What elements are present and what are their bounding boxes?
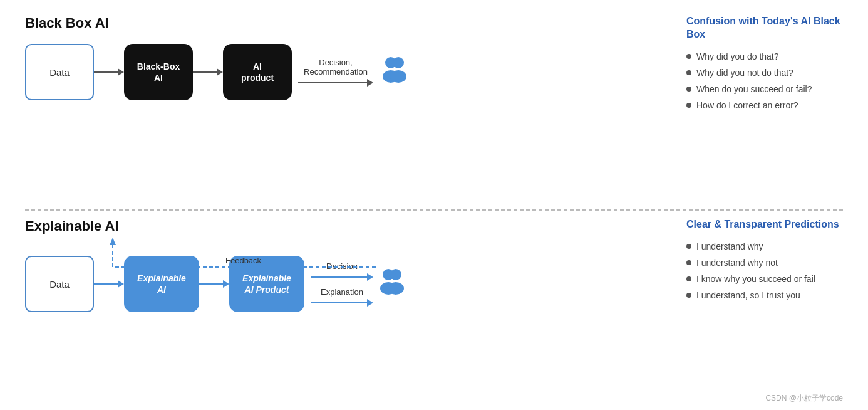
- top-section: Black Box AI Data Black-BoxAI: [25, 15, 843, 204]
- top-bullet-2: Why did you not do that?: [686, 68, 843, 78]
- arrow-2-top: [193, 68, 223, 76]
- explanation-label: Explanation: [321, 287, 363, 297]
- arrow-label-top: Decision,Recommendation: [304, 58, 368, 76]
- watermark: CSDN @小粒子学code: [765, 393, 843, 404]
- svg-point-10: [390, 269, 401, 280]
- long-arrow-head: [367, 79, 373, 87]
- arrow-1-top: [94, 68, 124, 76]
- explanation-arrow-head: [367, 299, 373, 307]
- explanation-arrow: [311, 299, 373, 307]
- arrow-2-bottom: [199, 280, 229, 288]
- bottom-bullet-1: I understand why: [686, 241, 843, 251]
- decision-container: Decision: [311, 261, 373, 281]
- svg-point-11: [388, 282, 404, 295]
- bullet-icon-6: [686, 260, 691, 265]
- bottom-diagram-row: Data ExplainableAI: [25, 256, 668, 312]
- labeled-arrow-top: Decision,Recommendation: [298, 58, 373, 87]
- explanation-arrow-line: [311, 302, 367, 303]
- svg-marker-6: [110, 238, 116, 245]
- arrow-head-2: [217, 68, 223, 76]
- explanation-container: Explanation: [311, 287, 373, 307]
- svg-point-3: [390, 70, 406, 83]
- arrow-1-bottom: [94, 280, 124, 288]
- de-labels-container: Decision Explanation: [311, 261, 373, 307]
- bottom-info-panel: Clear & Transparent Predictions I unders…: [668, 218, 843, 307]
- top-bullet-3: When do you succeed or fail?: [686, 84, 843, 94]
- arrow-line-2: [193, 71, 217, 73]
- page-container: Black Box AI Data Black-BoxAI: [0, 0, 868, 410]
- bottom-bullet-list: I understand why I understand why not I …: [686, 241, 843, 300]
- black-box-ai-box: Black-BoxAI: [124, 44, 193, 100]
- data-box-bottom: Data: [25, 256, 94, 312]
- bullet-icon-5: [686, 244, 691, 249]
- explainable-diagram-container: Feedback Data ExplainableAI: [25, 247, 668, 312]
- top-bullet-1: Why did you do that?: [686, 51, 843, 61]
- black-box-title: Black Box AI: [25, 15, 668, 31]
- decision-arrow: [311, 273, 373, 281]
- bottom-info-title: Clear & Transparent Predictions: [686, 218, 843, 231]
- bottom-bullet-4: I understand, so I trust you: [686, 290, 843, 300]
- decision-arrow-line: [311, 276, 367, 278]
- section-divider: [25, 209, 843, 211]
- top-bullet-list: Why did you do that? Why did you not do …: [686, 51, 843, 110]
- top-diagram-row: Data Black-BoxAI AIprodu: [25, 44, 668, 100]
- bullet-icon-3: [686, 87, 691, 92]
- arrow-line-1b: [94, 283, 118, 285]
- decision-arrow-head: [367, 273, 373, 281]
- long-arrow-line: [298, 82, 367, 83]
- top-info-panel: Confusion with Today's AI Black Box Why …: [668, 15, 843, 117]
- bottom-section: Explainable AI Feedback Data: [25, 218, 843, 400]
- svg-point-2: [393, 57, 404, 68]
- explainable-ai-title: Explainable AI: [25, 218, 668, 234]
- long-arrow-top: [298, 79, 373, 87]
- top-diagram: Black Box AI Data Black-BoxAI: [25, 15, 668, 100]
- bullet-icon-8: [686, 293, 691, 298]
- arrow-head-1b: [118, 280, 124, 288]
- bottom-diagram: Explainable AI Feedback Data: [25, 218, 668, 312]
- top-bullet-4: How do I correct an error?: [686, 100, 843, 110]
- ai-product-box: AIproduct: [223, 44, 292, 100]
- explainable-ai-box: ExplainableAI: [124, 256, 199, 312]
- arrow-line-1: [94, 71, 118, 73]
- bullet-icon-2: [686, 70, 691, 75]
- data-box-top: Data: [25, 44, 94, 100]
- arrow-head-2b: [223, 280, 229, 288]
- top-info-title: Confusion with Today's AI Black Box: [686, 15, 843, 41]
- person-icon-bottom: [377, 266, 410, 303]
- decision-label: Decision: [326, 261, 358, 271]
- bullet-icon-1: [686, 54, 691, 59]
- arrow-head-1: [118, 68, 124, 76]
- bottom-bullet-2: I understand why not: [686, 258, 843, 268]
- bottom-bullet-3: I know why you succeed or fail: [686, 274, 843, 284]
- bullet-icon-4: [686, 103, 691, 108]
- person-icon-top: [380, 54, 412, 91]
- explainable-ai-product-box: ExplainableAI Product: [229, 256, 304, 312]
- bullet-icon-7: [686, 276, 691, 281]
- arrow-line-2b: [199, 283, 223, 285]
